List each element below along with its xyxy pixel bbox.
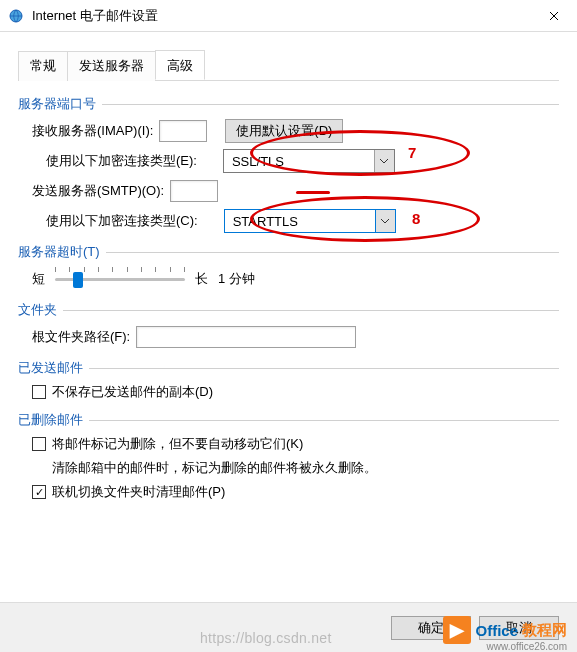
logo-subtitle: www.office26.com [487, 641, 567, 652]
dialog-content: 常规 发送服务器 高级 服务器端口号 接收服务器(IMAP)(I): 使用默认设… [0, 32, 577, 521]
imap-port-label: 接收服务器(IMAP)(I): [32, 122, 153, 140]
group-timeout: 服务器超时(T) 短 长 1 分钟 [18, 243, 559, 291]
imap-encryption-value: SSL/TLS [224, 154, 374, 169]
mark-deleted-checkbox[interactable] [32, 437, 46, 451]
root-folder-label: 根文件夹路径(F): [32, 328, 130, 346]
tab-advanced[interactable]: 高级 [155, 50, 205, 80]
imap-encryption-select[interactable]: SSL/TLS [223, 149, 395, 173]
smtp-encryption-value: STARTTLS [225, 214, 375, 229]
logo-icon: ▶ [443, 616, 471, 644]
smtp-encryption-select[interactable]: STARTTLS [224, 209, 396, 233]
purge-label: 联机切换文件夹时清理邮件(P) [52, 483, 225, 501]
group-server-ports: 服务器端口号 接收服务器(IMAP)(I): 使用默认设置(D) 使用以下加密连… [18, 95, 559, 233]
deleted-note: 清除邮箱中的邮件时，标记为删除的邮件将被永久删除。 [52, 459, 559, 477]
timeout-long-label: 长 [195, 270, 208, 288]
app-icon [8, 8, 24, 24]
group-folders: 文件夹 根文件夹路径(F): [18, 301, 559, 349]
smtp-port-label: 发送服务器(SMTP)(O): [32, 182, 164, 200]
timeout-value: 1 分钟 [218, 270, 255, 288]
smtp-port-input[interactable] [170, 180, 218, 202]
timeout-short-label: 短 [32, 270, 45, 288]
tab-outgoing[interactable]: 发送服务器 [67, 51, 155, 81]
brand-logo: ▶ Office教程网 www.office26.com [443, 616, 567, 644]
timeout-slider[interactable] [55, 267, 185, 291]
chevron-down-icon [375, 210, 395, 232]
nosave-sent-checkbox[interactable] [32, 385, 46, 399]
root-folder-input[interactable] [136, 326, 356, 348]
watermark-text: https://blog.csdn.net [200, 630, 332, 646]
group-label: 已发送邮件 [18, 359, 559, 377]
group-label: 服务器端口号 [18, 95, 559, 113]
group-deleted: 已删除邮件 将邮件标记为删除，但不要自动移动它们(K) 清除邮箱中的邮件时，标记… [18, 411, 559, 501]
close-button[interactable] [531, 0, 577, 32]
imap-port-input[interactable] [159, 120, 207, 142]
logo-text-1: Office [475, 622, 518, 639]
group-label: 已删除邮件 [18, 411, 559, 429]
tab-strip: 常规 发送服务器 高级 [18, 50, 559, 81]
close-icon [549, 11, 559, 21]
window-title: Internet 电子邮件设置 [32, 7, 531, 25]
mark-deleted-label: 将邮件标记为删除，但不要自动移动它们(K) [52, 435, 303, 453]
tab-general[interactable]: 常规 [18, 51, 67, 81]
group-label: 服务器超时(T) [18, 243, 559, 261]
purge-checkbox[interactable]: ✓ [32, 485, 46, 499]
use-defaults-button[interactable]: 使用默认设置(D) [225, 119, 343, 143]
smtp-encryption-label: 使用以下加密连接类型(C): [46, 212, 198, 230]
titlebar: Internet 电子邮件设置 [0, 0, 577, 32]
nosave-sent-label: 不保存已发送邮件的副本(D) [52, 383, 213, 401]
imap-encryption-label: 使用以下加密连接类型(E): [46, 152, 197, 170]
logo-text-2: 教程网 [522, 621, 567, 640]
group-sent: 已发送邮件 不保存已发送邮件的副本(D) [18, 359, 559, 401]
group-label: 文件夹 [18, 301, 559, 319]
chevron-down-icon [374, 150, 394, 172]
